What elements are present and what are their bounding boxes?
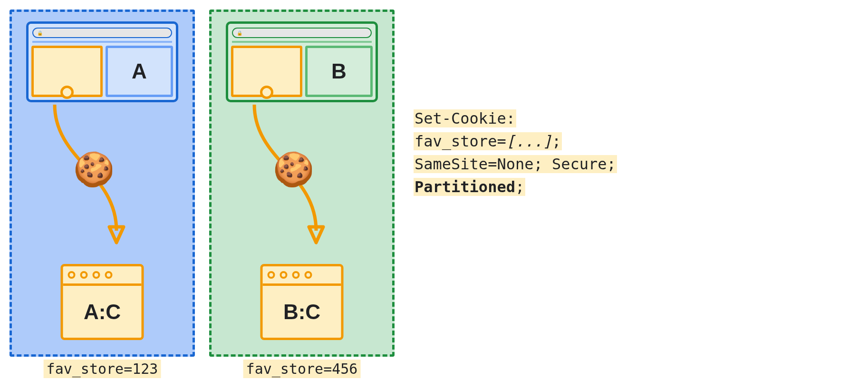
url-bar: 🔒 xyxy=(32,28,172,38)
window-dot xyxy=(280,271,288,279)
embedded-iframe-c xyxy=(231,46,302,97)
code-line-4: Partitioned; xyxy=(414,178,525,196)
top-level-site-label: A xyxy=(106,46,173,97)
window-dot xyxy=(305,271,312,279)
window-dot xyxy=(292,271,300,279)
window-dot xyxy=(93,271,100,279)
storage-header xyxy=(63,266,142,286)
code-line-1: Set-Cookie: xyxy=(414,109,516,127)
connector-origin xyxy=(260,86,273,99)
svg-marker-1 xyxy=(309,227,323,243)
window-dot xyxy=(105,271,113,279)
url-bar: 🔒 xyxy=(232,28,372,38)
cookie-value-caption-a: fav_store=123 xyxy=(44,360,161,378)
toolbar-divider xyxy=(232,41,372,43)
set-cookie-header-code: Set-Cookie: fav_store=[...]; SameSite=No… xyxy=(414,107,617,198)
window-dot xyxy=(80,271,88,279)
partition-a: 🔒 A 🍪 A:C fav_store=123 xyxy=(10,10,195,357)
embedded-iframe-c xyxy=(31,46,103,97)
partition-key-label: B:C xyxy=(263,286,341,338)
cookie-value-caption-b: fav_store=456 xyxy=(243,360,361,378)
top-level-site-label: B xyxy=(305,46,373,97)
cookie-jar-a: A:C xyxy=(61,264,144,340)
storage-header xyxy=(263,266,341,286)
cookie-icon: 🍪 xyxy=(73,150,115,189)
lock-icon: 🔒 xyxy=(37,30,43,36)
browser-window-a: 🔒 A xyxy=(26,21,178,102)
partition-key-label: A:C xyxy=(63,286,142,338)
code-line-3: SameSite=None; Secure; xyxy=(414,155,617,173)
connector-origin xyxy=(60,86,74,99)
window-dot xyxy=(268,271,275,279)
cookie-icon: 🍪 xyxy=(273,150,314,189)
code-line-2: fav_store=[...]; xyxy=(414,132,562,150)
browser-window-b: 🔒 B xyxy=(226,21,378,102)
toolbar-divider xyxy=(32,41,172,43)
lock-icon: 🔒 xyxy=(237,30,242,36)
cookie-jar-b: B:C xyxy=(260,264,344,340)
partition-b: 🔒 B 🍪 B:C fav_store=456 xyxy=(209,10,395,357)
window-dot xyxy=(68,271,76,279)
svg-marker-0 xyxy=(109,227,124,243)
